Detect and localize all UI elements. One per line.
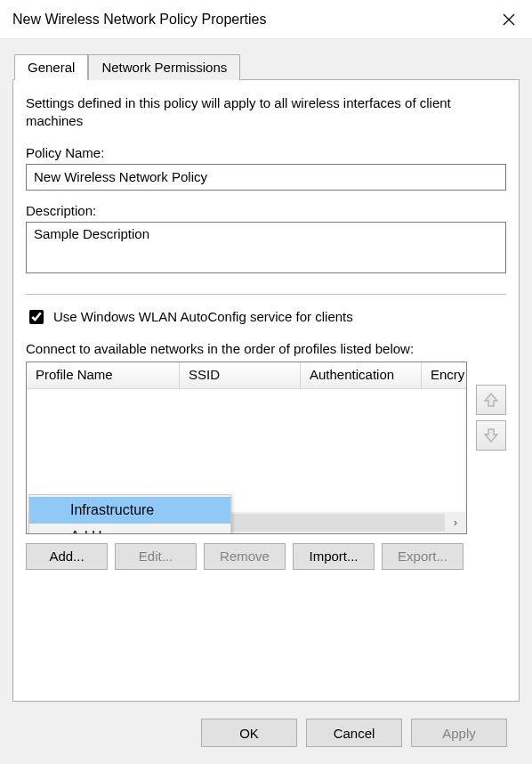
policy-name-label: Policy Name: [26, 145, 506, 160]
add-button[interactable]: Add... [26, 543, 108, 570]
close-button[interactable] [486, 0, 532, 39]
separator [26, 294, 506, 295]
hscroll-right-icon[interactable]: › [445, 512, 466, 533]
col-profile-name[interactable]: Profile Name [27, 362, 180, 389]
tab-network-permissions[interactable]: Network Permissions [88, 54, 240, 80]
dialog-footer: OK Cancel Apply [12, 702, 520, 764]
settings-description: Settings defined in this policy will app… [26, 94, 506, 131]
autoconfig-checkbox[interactable] [29, 310, 44, 324]
edit-button[interactable]: Edit... [115, 543, 197, 570]
menu-item-infrastructure[interactable]: Infrastructure [29, 497, 230, 524]
import-button[interactable]: Import... [293, 543, 375, 570]
col-encryption[interactable]: Encry [422, 362, 466, 389]
tabstrip: General Network Permissions [14, 54, 520, 80]
dialog-window: New Wireless Network Policy Properties G… [0, 0, 532, 764]
col-ssid[interactable]: SSID [180, 362, 301, 389]
tab-general[interactable]: General [14, 54, 88, 80]
cancel-button[interactable]: Cancel [306, 719, 402, 747]
autoconfig-label: Use Windows WLAN AutoConfig service for … [53, 309, 353, 324]
hscroll-track[interactable] [230, 514, 445, 532]
description-label: Description: [26, 203, 506, 218]
arrow-up-icon [482, 391, 500, 409]
titlebar: New Wireless Network Policy Properties [0, 0, 532, 39]
profiles-listview[interactable]: Profile Name SSID Authentication Encry ›… [26, 362, 467, 534]
profile-button-row: Add... Edit... Remove Import... Export..… [26, 543, 506, 570]
add-context-menu: Infrastructure Ad Hoc [28, 494, 231, 534]
ok-button[interactable]: OK [201, 719, 297, 747]
connect-order-label: Connect to available networks in the ord… [26, 341, 506, 356]
arrow-down-icon [482, 427, 500, 444]
listview-header: Profile Name SSID Authentication Encry [27, 362, 466, 389]
move-up-button[interactable] [476, 385, 506, 415]
remove-button[interactable]: Remove [204, 543, 286, 570]
close-icon [503, 13, 515, 26]
apply-button[interactable]: Apply [411, 719, 507, 747]
tab-panel-general: Settings defined in this policy will app… [12, 79, 520, 702]
window-title: New Wireless Network Policy Properties [12, 12, 486, 28]
col-authentication[interactable]: Authentication [301, 362, 422, 389]
export-button[interactable]: Export... [382, 543, 463, 570]
description-input[interactable] [26, 222, 506, 273]
client-area: General Network Permissions Settings def… [0, 39, 532, 764]
move-down-button[interactable] [476, 420, 506, 451]
policy-name-input[interactable] [26, 164, 506, 191]
menu-item-ad-hoc[interactable]: Ad Hoc [29, 524, 230, 534]
